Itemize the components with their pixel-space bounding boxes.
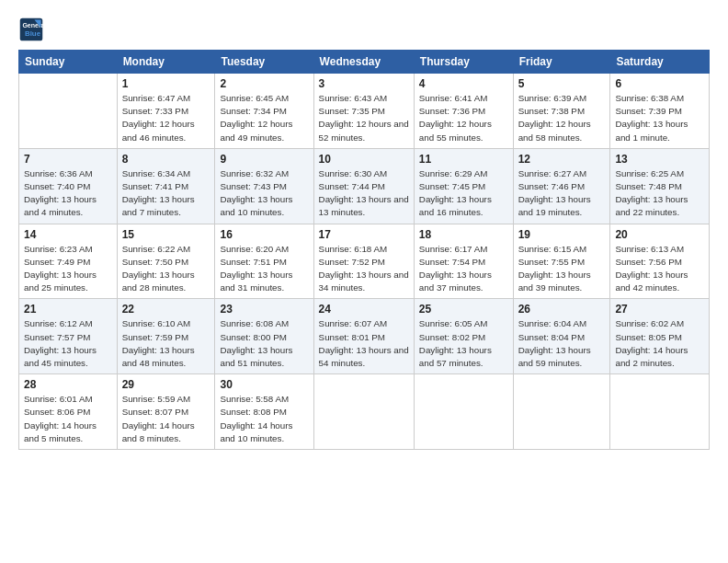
day-info: Sunrise: 5:59 AMSunset: 8:07 PMDaylight:… xyxy=(122,393,210,445)
day-number: 9 xyxy=(220,153,308,166)
day-info: Sunrise: 6:10 AMSunset: 7:59 PMDaylight:… xyxy=(122,317,210,370)
calendar-week-1: 7Sunrise: 6:36 AMSunset: 7:40 PMDaylight… xyxy=(19,148,710,224)
day-number: 7 xyxy=(24,153,112,166)
day-number: 17 xyxy=(319,228,409,241)
calendar-week-4: 28Sunrise: 6:01 AMSunset: 8:06 PMDayligh… xyxy=(19,374,710,450)
day-info: Sunrise: 6:15 AMSunset: 7:55 PMDaylight:… xyxy=(518,243,606,295)
logo-icon: General Blue xyxy=(18,17,44,42)
calendar-cell-4-1: 29Sunrise: 5:59 AMSunset: 8:07 PMDayligh… xyxy=(117,374,215,450)
calendar-cell-2-0: 14Sunrise: 6:23 AMSunset: 7:49 PMDayligh… xyxy=(19,224,118,299)
calendar-cell-0-6: 6Sunrise: 6:38 AMSunset: 7:39 PMDaylight… xyxy=(610,74,710,149)
day-number: 27 xyxy=(615,303,704,316)
day-number: 3 xyxy=(319,77,409,90)
logo: General Blue xyxy=(18,17,48,42)
calendar-header: SundayMondayTuesdayWednesdayThursdayFrid… xyxy=(19,51,710,74)
calendar-cell-3-4: 25Sunrise: 6:05 AMSunset: 8:02 PMDayligh… xyxy=(414,299,513,374)
calendar-cell-3-2: 23Sunrise: 6:08 AMSunset: 8:00 PMDayligh… xyxy=(215,299,313,374)
day-number: 29 xyxy=(122,378,210,391)
day-number: 2 xyxy=(220,77,308,90)
calendar-cell-3-6: 27Sunrise: 6:02 AMSunset: 8:05 PMDayligh… xyxy=(610,299,710,374)
day-info: Sunrise: 6:23 AMSunset: 7:49 PMDaylight:… xyxy=(24,243,112,295)
day-info: Sunrise: 6:12 AMSunset: 7:57 PMDaylight:… xyxy=(24,317,112,370)
day-number: 25 xyxy=(419,303,508,316)
calendar-cell-0-2: 2Sunrise: 6:45 AMSunset: 7:34 PMDaylight… xyxy=(215,74,313,149)
calendar-table: SundayMondayTuesdayWednesdayThursdayFrid… xyxy=(18,50,710,450)
day-number: 1 xyxy=(122,77,210,90)
calendar-cell-4-0: 28Sunrise: 6:01 AMSunset: 8:06 PMDayligh… xyxy=(19,374,118,450)
weekday-header-wednesday: Wednesday xyxy=(313,51,414,74)
calendar-cell-4-5 xyxy=(513,374,610,450)
day-number: 28 xyxy=(24,378,112,391)
day-info: Sunrise: 6:39 AMSunset: 7:38 PMDaylight:… xyxy=(518,92,606,144)
calendar-cell-0-4: 4Sunrise: 6:41 AMSunset: 7:36 PMDaylight… xyxy=(414,74,513,149)
day-number: 19 xyxy=(518,228,606,241)
day-number: 10 xyxy=(319,153,409,166)
day-number: 24 xyxy=(319,303,409,316)
day-info: Sunrise: 6:45 AMSunset: 7:34 PMDaylight:… xyxy=(220,92,308,144)
day-number: 5 xyxy=(518,77,606,90)
weekday-header-saturday: Saturday xyxy=(610,51,710,74)
day-number: 22 xyxy=(122,303,210,316)
day-info: Sunrise: 6:41 AMSunset: 7:36 PMDaylight:… xyxy=(419,92,508,144)
calendar-cell-4-3 xyxy=(313,374,414,450)
calendar-cell-1-2: 9Sunrise: 6:32 AMSunset: 7:43 PMDaylight… xyxy=(215,148,313,224)
day-info: Sunrise: 6:25 AMSunset: 7:48 PMDaylight:… xyxy=(615,167,704,220)
day-number: 4 xyxy=(419,77,508,90)
day-number: 12 xyxy=(518,153,606,166)
day-info: Sunrise: 6:08 AMSunset: 8:00 PMDaylight:… xyxy=(220,317,308,370)
calendar-cell-3-1: 22Sunrise: 6:10 AMSunset: 7:59 PMDayligh… xyxy=(117,299,215,374)
svg-text:Blue: Blue xyxy=(25,29,41,38)
day-info: Sunrise: 6:18 AMSunset: 7:52 PMDaylight:… xyxy=(319,243,409,295)
day-info: Sunrise: 6:13 AMSunset: 7:56 PMDaylight:… xyxy=(615,243,704,295)
calendar-cell-3-3: 24Sunrise: 6:07 AMSunset: 8:01 PMDayligh… xyxy=(313,299,414,374)
day-info: Sunrise: 6:32 AMSunset: 7:43 PMDaylight:… xyxy=(220,167,308,220)
day-number: 11 xyxy=(419,153,508,166)
calendar-cell-2-1: 15Sunrise: 6:22 AMSunset: 7:50 PMDayligh… xyxy=(117,224,215,299)
page: General Blue SundayMondayTuesdayWednesda… xyxy=(0,0,728,563)
day-number: 21 xyxy=(24,303,112,316)
calendar-cell-2-6: 20Sunrise: 6:13 AMSunset: 7:56 PMDayligh… xyxy=(610,224,710,299)
weekday-header-thursday: Thursday xyxy=(414,51,513,74)
header: General Blue xyxy=(18,17,710,42)
calendar-week-2: 14Sunrise: 6:23 AMSunset: 7:49 PMDayligh… xyxy=(19,224,710,299)
header-row: SundayMondayTuesdayWednesdayThursdayFrid… xyxy=(19,51,710,74)
calendar-cell-1-0: 7Sunrise: 6:36 AMSunset: 7:40 PMDaylight… xyxy=(19,148,118,224)
calendar-cell-2-4: 18Sunrise: 6:17 AMSunset: 7:54 PMDayligh… xyxy=(414,224,513,299)
calendar-cell-2-5: 19Sunrise: 6:15 AMSunset: 7:55 PMDayligh… xyxy=(513,224,610,299)
weekday-header-friday: Friday xyxy=(513,51,610,74)
day-number: 6 xyxy=(615,77,704,90)
day-number: 20 xyxy=(615,228,704,241)
calendar-body: 1Sunrise: 6:47 AMSunset: 7:33 PMDaylight… xyxy=(19,74,710,450)
calendar-cell-0-5: 5Sunrise: 6:39 AMSunset: 7:38 PMDaylight… xyxy=(513,74,610,149)
calendar-cell-2-3: 17Sunrise: 6:18 AMSunset: 7:52 PMDayligh… xyxy=(313,224,414,299)
day-info: Sunrise: 6:20 AMSunset: 7:51 PMDaylight:… xyxy=(220,243,308,295)
day-info: Sunrise: 6:27 AMSunset: 7:46 PMDaylight:… xyxy=(518,167,606,220)
calendar-cell-4-4 xyxy=(414,374,513,450)
day-info: Sunrise: 6:36 AMSunset: 7:40 PMDaylight:… xyxy=(24,167,112,220)
day-info: Sunrise: 6:17 AMSunset: 7:54 PMDaylight:… xyxy=(419,243,508,295)
day-info: Sunrise: 5:58 AMSunset: 8:08 PMDaylight:… xyxy=(220,393,308,445)
calendar-cell-3-5: 26Sunrise: 6:04 AMSunset: 8:04 PMDayligh… xyxy=(513,299,610,374)
day-number: 26 xyxy=(518,303,606,316)
day-info: Sunrise: 6:07 AMSunset: 8:01 PMDaylight:… xyxy=(319,317,409,370)
calendar-cell-2-2: 16Sunrise: 6:20 AMSunset: 7:51 PMDayligh… xyxy=(215,224,313,299)
day-info: Sunrise: 6:34 AMSunset: 7:41 PMDaylight:… xyxy=(122,167,210,220)
calendar-cell-4-6 xyxy=(610,374,710,450)
calendar-cell-1-1: 8Sunrise: 6:34 AMSunset: 7:41 PMDaylight… xyxy=(117,148,215,224)
day-info: Sunrise: 6:29 AMSunset: 7:45 PMDaylight:… xyxy=(419,167,508,220)
day-number: 14 xyxy=(24,228,112,241)
calendar-cell-1-6: 13Sunrise: 6:25 AMSunset: 7:48 PMDayligh… xyxy=(610,148,710,224)
day-info: Sunrise: 6:22 AMSunset: 7:50 PMDaylight:… xyxy=(122,243,210,295)
day-info: Sunrise: 6:47 AMSunset: 7:33 PMDaylight:… xyxy=(122,92,210,144)
day-info: Sunrise: 6:38 AMSunset: 7:39 PMDaylight:… xyxy=(615,92,704,144)
calendar-cell-0-3: 3Sunrise: 6:43 AMSunset: 7:35 PMDaylight… xyxy=(313,74,414,149)
calendar-cell-0-0 xyxy=(19,74,118,149)
calendar-week-3: 21Sunrise: 6:12 AMSunset: 7:57 PMDayligh… xyxy=(19,299,710,374)
day-number: 23 xyxy=(220,303,308,316)
day-info: Sunrise: 6:05 AMSunset: 8:02 PMDaylight:… xyxy=(419,317,508,370)
weekday-header-sunday: Sunday xyxy=(19,51,118,74)
day-info: Sunrise: 6:30 AMSunset: 7:44 PMDaylight:… xyxy=(319,167,409,220)
day-number: 30 xyxy=(220,378,308,391)
weekday-header-tuesday: Tuesday xyxy=(215,51,313,74)
day-info: Sunrise: 6:02 AMSunset: 8:05 PMDaylight:… xyxy=(615,317,704,370)
